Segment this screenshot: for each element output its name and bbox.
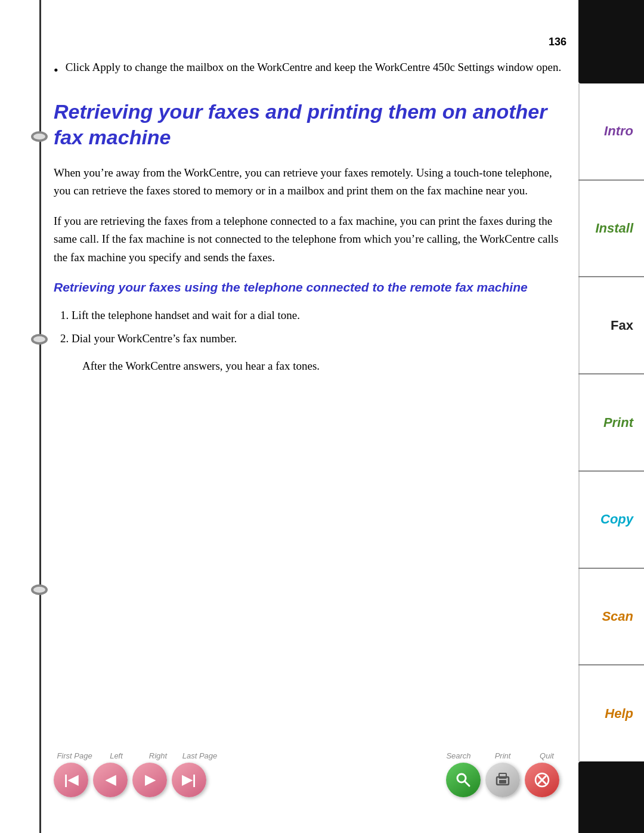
right-label: Right	[137, 751, 179, 760]
sidebar-item-fax[interactable]: Fax	[578, 277, 644, 373]
binder-ring-bottom	[31, 584, 48, 595]
left-label: Left	[95, 751, 137, 760]
steps-list: Lift the telephone handset and wait for …	[72, 306, 566, 348]
search-button[interactable]	[446, 763, 481, 797]
nav-right-labels: Search Print Quit	[439, 751, 566, 760]
step-1: Lift the telephone handset and wait for …	[72, 306, 566, 324]
binder-ring-top	[31, 131, 48, 142]
sidebar-item-print[interactable]: Print	[578, 374, 644, 470]
sidebar: Intro Install Fax Print Copy Scan Help	[578, 0, 644, 833]
sidebar-top-black	[578, 0, 644, 83]
print-label: Print	[603, 415, 633, 431]
last-page-label: Last Page	[179, 751, 221, 760]
first-page-label: First Page	[54, 751, 95, 760]
nav-right-group: Search Print Quit	[439, 751, 566, 797]
body-paragraph-1: When you’re away from the WorkCentre, yo…	[54, 164, 566, 200]
sidebar-item-scan[interactable]: Scan	[578, 569, 644, 665]
nav-bar: First Page Left Right Last Page |◀ ◀ ▶ ▶…	[54, 751, 566, 797]
fax-label: Fax	[611, 318, 633, 333]
last-page-button[interactable]: ▶|	[172, 763, 206, 797]
sidebar-item-install[interactable]: Install	[578, 181, 644, 277]
sidebar-item-intro[interactable]: Intro	[578, 83, 644, 179]
left-button[interactable]: ◀	[93, 763, 128, 797]
body-paragraph-2: If you are retrieving the faxes from a t…	[54, 212, 566, 267]
bullet-section: • Click Apply to change the mailbox on t…	[54, 59, 566, 80]
bullet-text: Click Apply to change the mailbox on the…	[66, 59, 562, 80]
svg-line-1	[465, 781, 469, 786]
page-number: 136	[54, 36, 566, 48]
print-button[interactable]	[485, 763, 520, 797]
bullet-dot: •	[54, 60, 58, 80]
help-label: Help	[605, 706, 633, 721]
binder-ring-middle	[31, 334, 48, 345]
search-label: Search	[439, 751, 478, 760]
step-2-after: After the WorkCentre answers, you hear a…	[82, 357, 566, 375]
sidebar-bottom-black	[578, 761, 644, 833]
copy-label: Copy	[600, 512, 633, 527]
main-content: 136 • Click Apply to change the mailbox …	[54, 0, 566, 397]
svg-rect-3	[499, 780, 506, 784]
bullet-item: • Click Apply to change the mailbox on t…	[54, 59, 566, 80]
quit-button[interactable]	[525, 763, 559, 797]
step-2: Dial your WorkCentre’s fax number.	[72, 330, 566, 348]
nav-buttons-left: First Page Left Right Last Page |◀ ◀ ▶ ▶…	[54, 751, 221, 797]
left-binding-line	[39, 0, 41, 833]
main-heading: Retrieving your faxes and printing them …	[54, 99, 566, 150]
sidebar-item-copy[interactable]: Copy	[578, 472, 644, 568]
nav-icons-row: |◀ ◀ ▶ ▶|	[54, 763, 206, 797]
scan-label: Scan	[602, 609, 633, 624]
first-page-button[interactable]: |◀	[54, 763, 88, 797]
nav-labels-row: First Page Left Right Last Page	[54, 751, 221, 760]
install-label: Install	[595, 221, 633, 236]
quit-label: Quit	[527, 751, 566, 760]
nav-right-icons	[446, 763, 559, 797]
subheading: Retrieving your faxes using the telephon…	[54, 278, 566, 296]
right-button[interactable]: ▶	[132, 763, 167, 797]
sidebar-item-help[interactable]: Help	[578, 665, 644, 761]
intro-label: Intro	[604, 123, 633, 139]
print-nav-label: Print	[483, 751, 522, 760]
